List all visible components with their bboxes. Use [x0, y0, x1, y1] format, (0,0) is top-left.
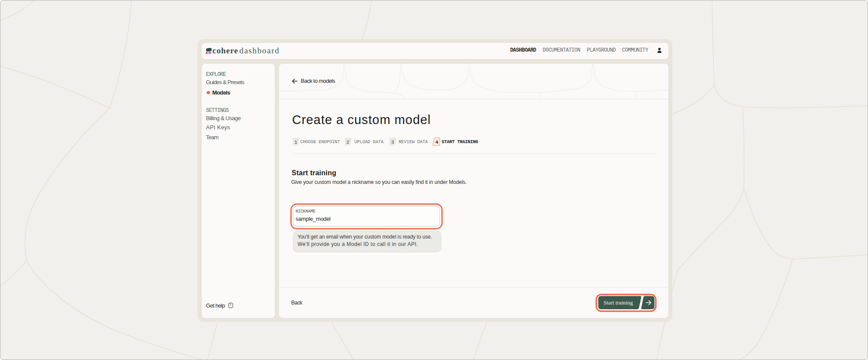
svg-text:3: 3	[391, 140, 394, 145]
svg-text:2: 2	[346, 140, 349, 145]
svg-text:4: 4	[435, 140, 438, 145]
svg-text:1: 1	[294, 140, 297, 145]
svg-text:Start training: Start training	[603, 299, 633, 306]
